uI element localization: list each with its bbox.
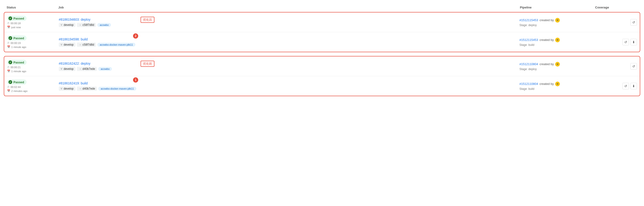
col-pipeline: Pipeline: [520, 6, 595, 9]
check-icon: ✓: [8, 60, 12, 64]
status-cell: ✓Passed⏱00:00:18📅just now: [7, 16, 59, 29]
pipeline-link[interactable]: #1512115453: [520, 38, 538, 42]
pipeline-suffix: created by: [540, 18, 554, 22]
clock-icon: ⏱: [7, 42, 10, 44]
avatar: ⚙: [555, 82, 560, 86]
calendar-icon: 📅: [7, 70, 10, 73]
retry-button[interactable]: ↺: [630, 19, 637, 26]
table-header: Status Job Pipeline Coverage: [4, 4, 640, 11]
status-cell: ✓Passed⏱00:00:21📅1 minute ago: [7, 60, 59, 73]
status-cell: ✓Passed⏱00:00:19📅1 minute ago: [7, 36, 59, 48]
runner-tag: acowbo-docker-maven-jdk11: [98, 87, 136, 90]
runner-tag: acowbo: [98, 67, 112, 71]
job-link[interactable]: #8186194598: build: [59, 38, 520, 41]
job-tags: ⑂develop→d40b7edeacowbo: [59, 67, 520, 71]
stage-label: Stage: build: [520, 43, 595, 46]
retry-button[interactable]: ↺: [622, 83, 629, 89]
pipeline-link[interactable]: #1512110804: [520, 82, 538, 86]
avatar: ⚙: [555, 62, 560, 66]
branch-icon: ⑂: [61, 87, 62, 90]
calendar-icon: 📅: [7, 46, 10, 48]
status-badge: ✓Passed: [7, 36, 26, 41]
actions-cell: ↺: [595, 63, 637, 70]
branch-icon: ⑂: [61, 43, 62, 46]
time-value: 1 minute ago: [11, 46, 26, 48]
commit-tag: →d40b7ede: [77, 67, 97, 71]
pipeline-top: #1512110804created by⚙: [520, 82, 595, 86]
actions-cell: ↺⬇: [595, 39, 637, 46]
commit-tag: →c58f7d8d: [77, 42, 96, 47]
branch-tag: ⑂develop: [59, 23, 76, 27]
pipeline-cell: #1512115453created by⚙Stage: build: [520, 38, 595, 46]
pipeline-top: #1512115453created by⚙: [520, 18, 595, 22]
status-label: Passed: [14, 36, 24, 40]
job-tags: ⑂develop→d40b7edeacowbo-docker-maven-jdk…: [59, 86, 520, 91]
table-row: ✓Passed⏱00:00:19📅1 minute ago#8186194598…: [4, 32, 640, 52]
annotation-label: 优化前: [140, 61, 154, 67]
commit-tag: →d40b7ede: [77, 86, 97, 91]
job-cell: #8186162422: deploy⑂develop→d40b7edeacow…: [59, 62, 520, 71]
arrow-icon: →: [79, 23, 82, 26]
job-cell: #8186162419: build⑂develop→d40b7edeacowb…: [59, 81, 520, 91]
pipeline-top: #1512110804created by⚙: [520, 62, 595, 66]
runner-tag: acowbo-docker-maven-jdk11: [97, 43, 135, 46]
arrow-icon: →: [79, 67, 82, 70]
table-row: 优化后2✓Passed⏱00:00:18📅just now#8186194603…: [4, 12, 640, 32]
calendar-icon: 📅: [7, 89, 10, 92]
download-button[interactable]: ⬇: [630, 39, 637, 46]
branch-icon: ⑂: [61, 67, 62, 70]
duration-value: 00:00:18: [10, 22, 21, 25]
pipeline-group-2: 优化前1✓Passed⏱00:00:21📅1 minute ago#818616…: [4, 56, 640, 96]
job-tags: ⑂develop→c58f7d8dacowbo-docker-maven-jdk…: [59, 42, 520, 47]
pipeline-cell: #1512110804created by⚙Stage: deploy: [520, 62, 595, 71]
status-badge: ✓Passed: [7, 60, 26, 65]
job-link[interactable]: #8186194603: deploy: [59, 18, 520, 22]
duration-value: 00:00:21: [10, 66, 21, 69]
time-meta: 📅1 minute ago: [7, 70, 59, 73]
col-job: Job: [58, 6, 520, 9]
calendar-icon: 📅: [7, 26, 10, 29]
pipeline-top: #1512115453created by⚙: [520, 38, 595, 42]
pipeline-link[interactable]: #1512110804: [520, 62, 538, 66]
annotation-number: 2: [133, 34, 138, 38]
avatar: ⚙: [555, 18, 560, 22]
status-label: Passed: [14, 17, 24, 20]
time-value: 1 minute ago: [11, 70, 26, 73]
download-button[interactable]: ⬇: [630, 83, 637, 89]
pipeline-link[interactable]: #1512115453: [520, 18, 538, 22]
col-status: Status: [6, 6, 58, 9]
stage-label: Stage: deploy: [520, 24, 595, 27]
stage-label: Stage: build: [520, 87, 595, 90]
actions-cell: ↺: [595, 19, 637, 26]
col-coverage: Coverage: [595, 6, 638, 9]
check-icon: ✓: [8, 36, 12, 40]
pipeline-suffix: created by: [540, 38, 554, 42]
clock-icon: ⏱: [7, 66, 10, 69]
status-label: Passed: [14, 61, 24, 64]
duration-meta: ⏱00:00:19: [7, 42, 59, 44]
job-tags: ⑂develop→c58f7d8dacowbo: [59, 23, 520, 27]
actions-cell: ↺⬇: [595, 83, 637, 89]
job-cell: #8186194598: build⑂develop→c58f7d8dacowb…: [59, 38, 520, 47]
job-link[interactable]: #8186162419: build: [59, 81, 520, 85]
retry-button[interactable]: ↺: [630, 63, 637, 70]
status-label: Passed: [14, 80, 24, 84]
pipeline-cell: #1512115453created by⚙Stage: deploy: [520, 18, 595, 27]
avatar: ⚙: [555, 38, 560, 42]
stage-label: Stage: deploy: [520, 68, 595, 71]
branch-icon: ⑂: [61, 23, 62, 26]
branch-tag: ⑂develop: [59, 86, 76, 91]
time-meta: 📅just now: [7, 26, 59, 29]
check-icon: ✓: [8, 80, 12, 84]
check-icon: ✓: [8, 16, 12, 20]
table-row: ✓Passed⏱00:02:44📅2 minutes ago#818616241…: [4, 76, 640, 96]
pipeline-suffix: created by: [540, 62, 554, 66]
duration-meta: ⏱00:00:21: [7, 66, 59, 69]
job-link[interactable]: #8186162422: deploy: [59, 62, 520, 65]
pipeline-cell: #1512110804created by⚙Stage: build: [520, 82, 595, 90]
time-meta: 📅1 minute ago: [7, 46, 59, 48]
arrow-icon: →: [79, 87, 82, 90]
table-row: 优化前1✓Passed⏱00:00:21📅1 minute ago#818616…: [4, 56, 640, 76]
arrow-icon: →: [79, 43, 82, 46]
retry-button[interactable]: ↺: [622, 39, 629, 46]
